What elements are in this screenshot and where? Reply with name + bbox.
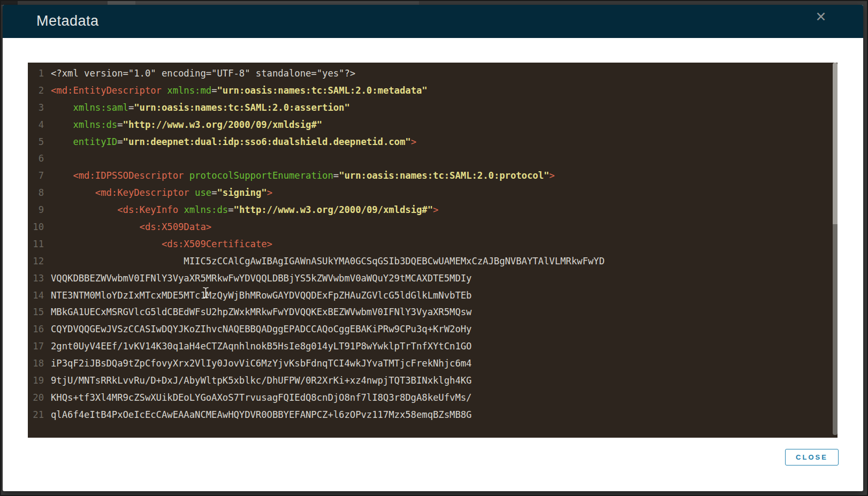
code-line: 199tjU/MNTsRRkLvvRu/D+DxJ/AbyWltpK5xblkc… xyxy=(28,372,837,390)
line-number: 10 xyxy=(28,219,44,236)
scrollbar-thumb[interactable] xyxy=(833,63,837,224)
code-line: 7 <md:IDPSSODescriptor protocolSupportEn… xyxy=(28,167,837,185)
code-line: 20KHQs+tf3Xl4MR9cZSwXUikDEoLYGoAXoS7Trvu… xyxy=(28,390,837,407)
line-number: 4 xyxy=(28,117,44,134)
line-number: 8 xyxy=(28,185,44,202)
line-number: 17 xyxy=(28,338,44,355)
line-number: 21 xyxy=(28,407,44,424)
code-line: 14NTE3NTM0MloYDzIxMTcxMDE5MTc1MzQyWjBhMR… xyxy=(28,287,837,304)
code-line: 6 xyxy=(28,150,837,167)
code-line: 11 <ds:X509Certificate> xyxy=(28,236,837,253)
code-line: 4 xmlns:ds="http://www.w3.org/2000/09/xm… xyxy=(28,117,837,134)
background-page-strip xyxy=(0,0,868,5)
line-number: 14 xyxy=(28,287,44,304)
code-line: 8 <md:KeyDescriptor use="signing"> xyxy=(28,185,837,202)
line-number: 11 xyxy=(28,236,44,253)
background-segment xyxy=(135,0,419,5)
line-number: 16 xyxy=(28,321,44,338)
close-button[interactable]: CLOSE xyxy=(785,449,839,466)
code-line: 1<?xml version="1.0" encoding="UTF-8" st… xyxy=(28,65,837,82)
code-lines: 1<?xml version="1.0" encoding="UTF-8" st… xyxy=(28,63,837,424)
line-number: 3 xyxy=(28,100,44,117)
line-number: 20 xyxy=(28,390,44,407)
background-segment xyxy=(0,0,18,5)
line-number: 6 xyxy=(28,150,44,167)
line-number: 19 xyxy=(28,372,44,390)
modal-title: Metadata xyxy=(36,13,99,29)
modal-header: Metadata ✕ xyxy=(3,5,863,38)
line-number: 2 xyxy=(28,82,44,100)
close-icon[interactable]: ✕ xyxy=(812,8,830,26)
code-line: 2<md:EntityDescriptor xmlns:md="urn:oasi… xyxy=(28,82,837,100)
line-number: 1 xyxy=(28,65,44,82)
code-line: 18iP3qF2iJBsDQa9tZpCfovyXrx2VlIy0JovViC6… xyxy=(28,355,837,372)
background-segment xyxy=(108,0,135,5)
line-number: 15 xyxy=(28,304,44,321)
code-line: 172gnt0UyV4EEf/1vKV14K30q1aH4eCTZAqnhlno… xyxy=(28,338,837,355)
code-line: 9 <ds:KeyInfo xmlns:ds="http://www.w3.or… xyxy=(28,202,837,219)
code-line: 5 entityID="urn:deepnet:dual:idp:sso6:du… xyxy=(28,134,837,151)
code-line: 15MBkGA1UECxMSRGVlcG5ldCBEdWFsU2hpZWxkMR… xyxy=(28,304,837,321)
line-number: 9 xyxy=(28,202,44,219)
line-number: 5 xyxy=(28,134,44,151)
editor-scrollbar[interactable] xyxy=(833,63,837,438)
code-line: 21qlA6f4eItB4PxOeIcEcCAwEAAaNCMEAwHQYDVR… xyxy=(28,407,837,424)
line-number: 12 xyxy=(28,253,44,270)
code-line: 12 MIIC5zCCAlCgAwIBAgIGAWnASUkYMA0GCSqGS… xyxy=(28,253,837,270)
scrollbar-track[interactable] xyxy=(833,224,837,435)
line-number: 18 xyxy=(28,355,44,372)
code-line: 3 xmlns:saml="urn:oasis:names:tc:SAML:2.… xyxy=(28,100,837,117)
line-number: 13 xyxy=(28,270,44,287)
ibeam-cursor-icon xyxy=(202,287,209,299)
metadata-modal: Metadata ✕ 1<?xml version="1.0" encoding… xyxy=(3,5,863,491)
code-line: 16CQYDVQQGEwJVSzCCASIwDQYJKoZIhvcNAQEBBQ… xyxy=(28,321,837,338)
xml-code-editor[interactable]: 1<?xml version="1.0" encoding="UTF-8" st… xyxy=(28,63,837,438)
code-line: 13VQQKDBBEZWVwbmV0IFNlY3VyaXR5MRkwFwYDVQ… xyxy=(28,270,837,287)
line-number: 7 xyxy=(28,167,44,185)
code-line: 10 <ds:X509Data> xyxy=(28,219,837,236)
